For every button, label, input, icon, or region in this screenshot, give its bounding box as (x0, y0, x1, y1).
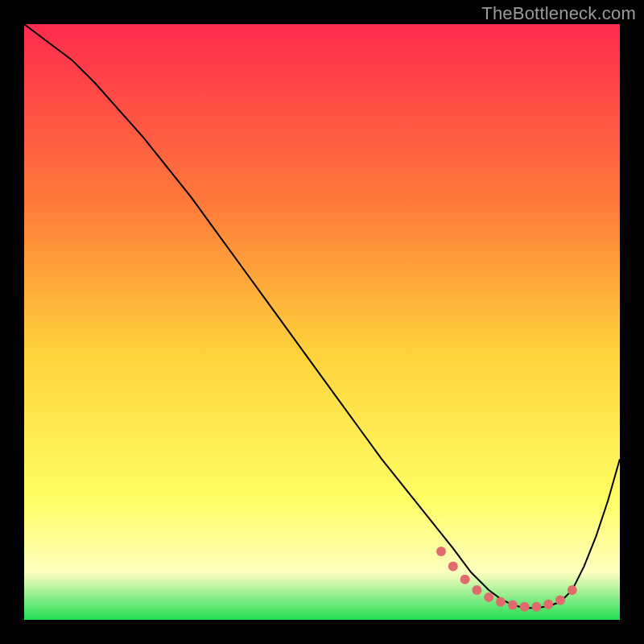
marker-dot (436, 547, 446, 556)
marker-dot (543, 600, 553, 609)
marker-dot (496, 597, 506, 607)
watermark-text: TheBottleneck.com (481, 3, 636, 24)
marker-dot (460, 575, 470, 584)
chart-frame: TheBottleneck.com (0, 0, 644, 644)
marker-dot (568, 585, 577, 595)
marker-dot (520, 602, 530, 612)
chart-svg (24, 24, 620, 620)
marker-dot (448, 561, 458, 571)
marker-dot (531, 602, 541, 612)
marker-dot (472, 585, 481, 595)
marker-dot (508, 601, 518, 610)
marker-dot (555, 596, 565, 605)
gradient-background (24, 24, 620, 620)
plot-area (24, 24, 620, 620)
marker-dot (484, 592, 493, 602)
